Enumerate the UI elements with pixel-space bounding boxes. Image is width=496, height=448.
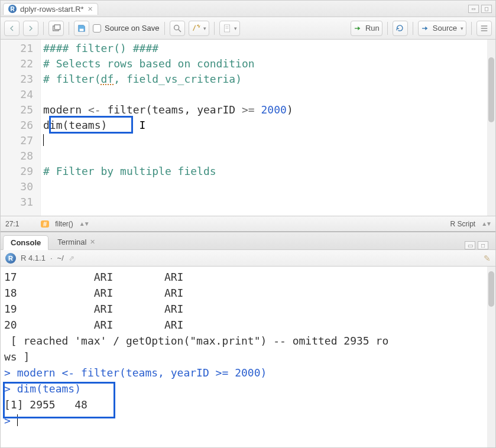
back-button[interactable] <box>4 21 20 36</box>
svg-point-3 <box>174 25 179 30</box>
editor-pane: R dplyr-rows-start.R* ✕ ▭ □ Source on Sa… <box>1 1 495 232</box>
run-label: Run <box>365 24 380 33</box>
maximize-pane-icon[interactable]: □ <box>478 241 488 249</box>
find-button[interactable] <box>170 21 185 36</box>
r-file-icon: R <box>8 5 17 13</box>
compile-report-button[interactable]: ▾ <box>219 21 240 36</box>
source-button[interactable]: Source ▾ <box>418 21 466 36</box>
editor-body[interactable]: 2122232425262728293031 #### filter() ###… <box>1 40 495 216</box>
svg-point-7 <box>199 26 199 27</box>
minimize-pane-icon[interactable]: ▭ <box>468 5 479 13</box>
editor-toolbar: Source on Save ▾ ▾ Run Source ▾ <box>1 17 495 40</box>
source-on-save-checkbox[interactable] <box>93 24 101 33</box>
console-tabbar: Console Terminal ✕ ▭ □ <box>1 232 495 250</box>
language-updown-icon[interactable]: ▲▼ <box>481 220 491 227</box>
code-area[interactable]: #### filter() ##### Selects rows based o… <box>41 40 487 216</box>
source-on-save-label: Source on Save <box>105 24 160 33</box>
tab-terminal[interactable]: Terminal ✕ <box>50 235 103 249</box>
show-in-new-window-button[interactable] <box>48 21 64 36</box>
close-icon[interactable]: ✕ <box>87 5 93 13</box>
cwd-label[interactable]: ~/ <box>57 254 64 262</box>
clear-console-icon[interactable]: ✎ <box>484 254 491 263</box>
editor-scrollbar[interactable] <box>487 40 495 216</box>
rerun-button[interactable] <box>393 21 408 36</box>
console-infobar: R R 4.1.1 · ~/ ⇗ ✎ <box>1 250 495 267</box>
svg-rect-1 <box>54 25 60 30</box>
r-version-label: R 4.1.1 <box>21 254 46 262</box>
scrollbar-thumb[interactable] <box>488 271 494 307</box>
popout-icon[interactable]: ⇗ <box>69 254 74 262</box>
line-gutter: 2122232425262728293031 <box>1 40 41 216</box>
tab-console[interactable]: Console <box>3 235 48 250</box>
run-button[interactable]: Run <box>351 21 382 36</box>
cwd-separator: · <box>50 254 53 262</box>
r-logo-icon: R <box>5 253 16 264</box>
editor-statusbar: 27:1 # filter() ▲▼ R Script ▲▼ <box>1 216 495 231</box>
console-pane: Console Terminal ✕ ▭ □ R R 4.1.1 · ~/ ⇗ … <box>1 232 495 447</box>
svg-point-5 <box>197 24 198 25</box>
file-tab[interactable]: R dplyr-rows-start.R* ✕ <box>3 3 98 15</box>
source-label: Source <box>433 24 457 33</box>
console-body[interactable]: 17 ARI ARI 18 ARI ARI 19 ARI ARI 20 ARI … <box>1 267 495 447</box>
tab-console-label: Console <box>11 238 41 247</box>
svg-line-4 <box>179 30 181 32</box>
language-label[interactable]: R Script <box>450 220 476 228</box>
scrollbar-thumb[interactable] <box>488 57 494 122</box>
pane-window-buttons: ▭ □ <box>468 5 495 13</box>
minimize-pane-icon[interactable]: ▭ <box>465 241 475 249</box>
forward-button[interactable] <box>23 21 38 36</box>
save-button[interactable] <box>74 21 89 36</box>
pane-window-buttons: ▭ □ <box>465 241 492 249</box>
editor-tabbar: R dplyr-rows-start.R* ✕ ▭ □ <box>1 1 495 17</box>
tab-terminal-label: Terminal <box>57 238 86 246</box>
svg-point-6 <box>199 25 200 25</box>
console-scrollbar[interactable] <box>487 267 495 447</box>
scope-updown-icon[interactable]: ▲▼ <box>79 220 89 227</box>
maximize-pane-icon[interactable]: □ <box>481 5 492 13</box>
code-tools-button[interactable]: ▾ <box>189 21 209 36</box>
svg-rect-2 <box>80 28 84 31</box>
close-icon[interactable]: ✕ <box>90 238 95 246</box>
file-tab-label: dplyr-rows-start.R* <box>20 5 84 14</box>
scope-label[interactable]: filter() <box>55 220 73 228</box>
console-output[interactable]: 17 ARI ARI 18 ARI ARI 19 ARI ARI 20 ARI … <box>1 267 487 447</box>
scope-chip-icon: # <box>41 220 49 228</box>
outline-button[interactable] <box>476 21 492 36</box>
cursor-position: 27:1 <box>5 220 35 228</box>
